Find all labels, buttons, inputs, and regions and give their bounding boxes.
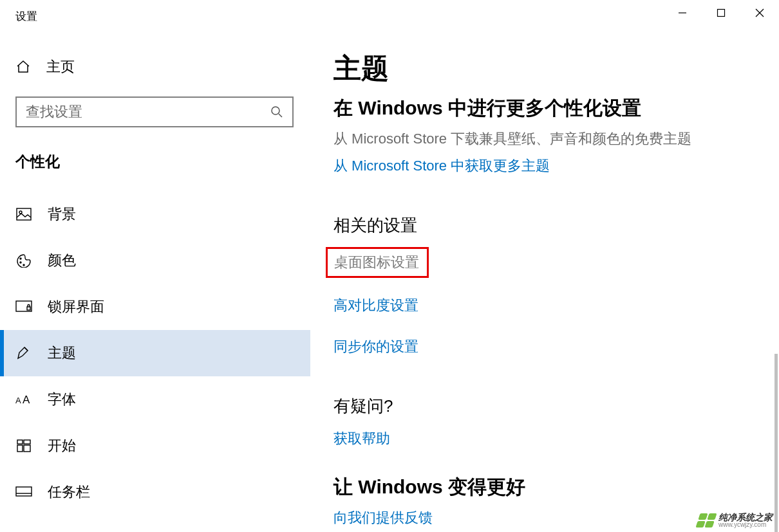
svg-text:A: A bbox=[23, 394, 30, 406]
help-section: 有疑问? 获取帮助 bbox=[333, 395, 779, 448]
watermark-line2: www.ycwjzy.com bbox=[718, 522, 773, 528]
nav-item-lockscreen[interactable]: 锁屏界面 bbox=[0, 284, 310, 330]
svg-text:A: A bbox=[15, 396, 21, 405]
scrollbar-thumb[interactable] bbox=[774, 354, 778, 532]
category-title: 个性化 bbox=[15, 152, 310, 172]
search-input[interactable] bbox=[26, 104, 270, 120]
svg-rect-18 bbox=[24, 445, 30, 452]
watermark-logo-icon bbox=[695, 513, 717, 527]
nav-label: 开始 bbox=[48, 436, 76, 455]
maximize-button[interactable] bbox=[702, 0, 740, 26]
svg-rect-19 bbox=[16, 487, 32, 496]
search-box[interactable] bbox=[15, 96, 294, 127]
store-link[interactable]: 从 Microsoft Store 中获取更多主题 bbox=[333, 156, 779, 176]
svg-line-5 bbox=[279, 114, 282, 117]
svg-rect-16 bbox=[24, 440, 30, 444]
link-high-contrast[interactable]: 高对比度设置 bbox=[333, 296, 779, 315]
font-icon: AA bbox=[15, 393, 32, 406]
svg-point-4 bbox=[272, 107, 279, 115]
nav-list: 背景 颜色 锁屏界面 主题 bbox=[0, 191, 310, 515]
svg-rect-1 bbox=[718, 10, 725, 17]
minimize-button[interactable] bbox=[663, 0, 702, 26]
nav-item-taskbar[interactable]: 任务栏 bbox=[0, 469, 310, 515]
close-button[interactable] bbox=[740, 0, 779, 26]
nav-item-start[interactable]: 开始 bbox=[0, 423, 310, 469]
watermark: 纯净系统之家 www.ycwjzy.com bbox=[698, 513, 773, 528]
picture-icon bbox=[15, 208, 32, 221]
page-heading: 主题 bbox=[333, 50, 779, 87]
titlebar: 设置 bbox=[0, 0, 779, 32]
svg-rect-17 bbox=[17, 445, 23, 452]
nav-label: 颜色 bbox=[48, 251, 76, 270]
start-icon bbox=[15, 439, 32, 452]
window-title: 设置 bbox=[15, 9, 37, 24]
nav-item-background[interactable]: 背景 bbox=[0, 191, 310, 237]
store-description: 从 Microsoft Store 下载兼具壁纸、声音和颜色的免费主题 bbox=[333, 129, 779, 149]
svg-rect-6 bbox=[17, 208, 31, 220]
svg-point-7 bbox=[19, 211, 22, 214]
feedback-title: 让 Windows 变得更好 bbox=[333, 474, 779, 500]
related-title: 相关的设置 bbox=[333, 214, 779, 237]
nav-home[interactable]: 主页 bbox=[15, 51, 310, 82]
svg-rect-15 bbox=[17, 440, 23, 444]
nav-home-label: 主页 bbox=[46, 57, 75, 77]
minimize-icon bbox=[678, 8, 687, 17]
svg-rect-12 bbox=[27, 307, 30, 310]
palette-icon bbox=[15, 253, 32, 268]
store-subheading: 在 Windows 中进行更多个性化设置 bbox=[333, 95, 779, 122]
nav-label: 背景 bbox=[48, 205, 76, 224]
maximize-icon bbox=[717, 8, 726, 17]
highlight-box: 桌面图标设置 bbox=[326, 247, 429, 278]
svg-point-8 bbox=[20, 258, 21, 259]
svg-point-9 bbox=[20, 262, 21, 263]
nav-label: 任务栏 bbox=[48, 482, 90, 502]
nav-label: 字体 bbox=[48, 390, 76, 409]
nav-item-fonts[interactable]: AA 字体 bbox=[0, 376, 310, 423]
watermark-line1: 纯净系统之家 bbox=[718, 513, 773, 522]
window-controls bbox=[663, 0, 779, 32]
home-icon bbox=[15, 59, 31, 75]
theme-icon bbox=[15, 346, 32, 360]
nav-label: 锁屏界面 bbox=[48, 297, 104, 316]
taskbar-icon bbox=[15, 486, 32, 498]
content-area: 主题 在 Windows 中进行更多个性化设置 从 Microsoft Stor… bbox=[310, 32, 779, 532]
help-title: 有疑问? bbox=[333, 395, 779, 417]
link-sync[interactable]: 同步你的设置 bbox=[333, 337, 779, 356]
close-icon bbox=[755, 8, 764, 17]
link-desktop-icons[interactable]: 桌面图标设置 bbox=[334, 254, 419, 270]
sidebar: 主页 个性化 背景 颜色 bbox=[0, 32, 310, 532]
related-settings-section: 相关的设置 桌面图标设置 高对比度设置 同步你的设置 bbox=[333, 214, 779, 356]
search-icon bbox=[270, 105, 283, 118]
link-get-help[interactable]: 获取帮助 bbox=[333, 429, 779, 448]
lockscreen-icon bbox=[15, 300, 32, 313]
nav-item-colors[interactable]: 颜色 bbox=[0, 237, 310, 284]
svg-point-10 bbox=[23, 264, 24, 266]
nav-item-themes[interactable]: 主题 bbox=[0, 330, 310, 376]
nav-label: 主题 bbox=[48, 344, 76, 363]
